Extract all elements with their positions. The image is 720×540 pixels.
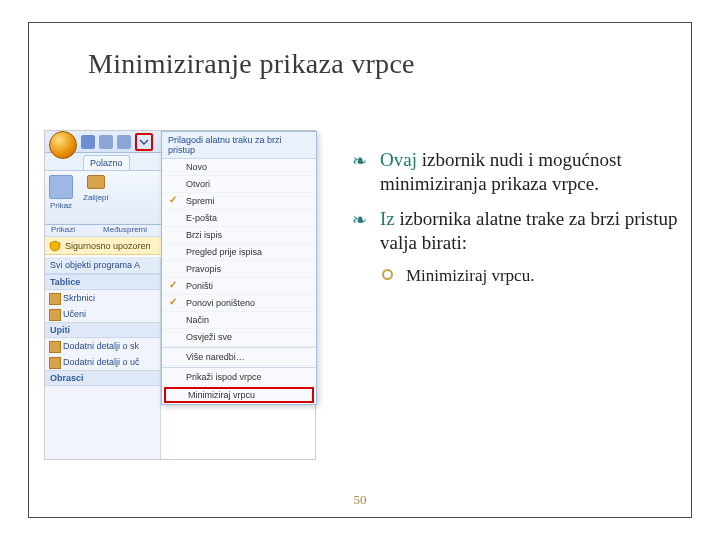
shield-icon	[49, 240, 61, 252]
page-number: 50	[354, 492, 367, 508]
menu-separator	[162, 367, 316, 368]
slide-body: ❧ Ovaj izbornik nudi i mogućnost minimiz…	[352, 148, 700, 287]
nav-item-query[interactable]: Dodatni detalji o uč	[45, 354, 160, 370]
menu-separator	[162, 347, 316, 348]
bullet-1: ❧ Ovaj izbornik nudi i mogućnost minimiz…	[352, 148, 700, 197]
nav-item-table[interactable]: Učeni	[45, 306, 160, 322]
menu-item-undo[interactable]: Poništi	[162, 278, 316, 295]
menu-title: Prilagodi alatnu traku za brzi pristup	[162, 132, 316, 159]
section-clipboard: Međuspremi	[103, 225, 147, 236]
section-views: Prikazi	[51, 225, 75, 236]
ribbon-label: Prikaz	[50, 201, 72, 210]
tab-home[interactable]: Polazno	[83, 155, 130, 170]
bullet-marker-icon: ❧	[352, 209, 367, 232]
sub-bullet-1-text: Minimiziraj vrpcu.	[406, 266, 534, 285]
slide-title: Minimiziranje prikaza vrpce	[88, 48, 415, 80]
bullet-1-rest: izbornik nudi i mogućnost minimiziranja …	[380, 149, 622, 194]
access-screenshot: Polazno Prikaz Zalijepi Prikazi Međuspre…	[44, 130, 316, 460]
sub-bullet-marker-icon	[382, 269, 393, 280]
ribbon-label: Zalijepi	[83, 193, 108, 202]
menu-item-mode[interactable]: Način	[162, 312, 316, 329]
qat-customize-dropdown-icon[interactable]	[139, 137, 149, 147]
bullet-2: ❧ Iz izbornika alatne trake za brzi pris…	[352, 207, 700, 256]
menu-item-email[interactable]: E-pošta	[162, 210, 316, 227]
menu-item-open[interactable]: Otvori	[162, 176, 316, 193]
menu-item-spelling[interactable]: Pravopis	[162, 261, 316, 278]
sub-bullet-1: Minimiziraj vrpcu.	[352, 265, 700, 287]
nav-category-forms[interactable]: Obrasci	[45, 370, 160, 386]
qat-undo-icon[interactable]	[99, 135, 113, 149]
warning-text: Sigurnosno upozoren	[65, 241, 151, 251]
menu-item-redo[interactable]: Ponovi poništeno	[162, 295, 316, 312]
nav-item-query[interactable]: Dodatni detalji o sk	[45, 338, 160, 354]
qat-redo-icon[interactable]	[117, 135, 131, 149]
qat-customize-highlight	[135, 133, 153, 151]
menu-item-minimize-ribbon[interactable]: Minimiziraj vrpcu	[164, 387, 314, 403]
menu-item-show-below[interactable]: Prikaži ispod vrpce	[162, 369, 316, 386]
bullet-1-lead: Ovaj	[380, 149, 417, 170]
menu-item-refresh[interactable]: Osvježi sve	[162, 329, 316, 346]
menu-item-preview[interactable]: Pregled prije ispisa	[162, 244, 316, 261]
menu-item-save[interactable]: Spremi	[162, 193, 316, 210]
nav-category-tables[interactable]: Tablice	[45, 274, 160, 290]
menu-item-new[interactable]: Novo	[162, 159, 316, 176]
menu-item-quickprint[interactable]: Brzi ispis	[162, 227, 316, 244]
view-icon	[49, 175, 73, 199]
nav-category-queries[interactable]: Upiti	[45, 322, 160, 338]
bullet-marker-icon: ❧	[352, 150, 367, 173]
menu-item-more[interactable]: Više naredbi…	[162, 349, 316, 366]
ribbon-group-paste[interactable]: Zalijepi	[83, 175, 108, 220]
navigation-pane: Svi objekti programa A Tablice Skrbnici …	[45, 257, 161, 459]
nav-item-table[interactable]: Skrbnici	[45, 290, 160, 306]
bullet-2-rest: izbornika alatne trake za brzi pristup v…	[380, 208, 678, 253]
qat-save-icon[interactable]	[81, 135, 95, 149]
office-button-icon[interactable]	[49, 131, 77, 159]
paste-icon	[87, 175, 105, 189]
nav-header[interactable]: Svi objekti programa A	[45, 257, 160, 274]
ribbon-group-view[interactable]: Prikaz	[49, 175, 73, 220]
bullet-2-lead: Iz	[380, 208, 395, 229]
qat-customize-menu: Prilagodi alatnu traku za brzi pristup N…	[161, 131, 317, 405]
